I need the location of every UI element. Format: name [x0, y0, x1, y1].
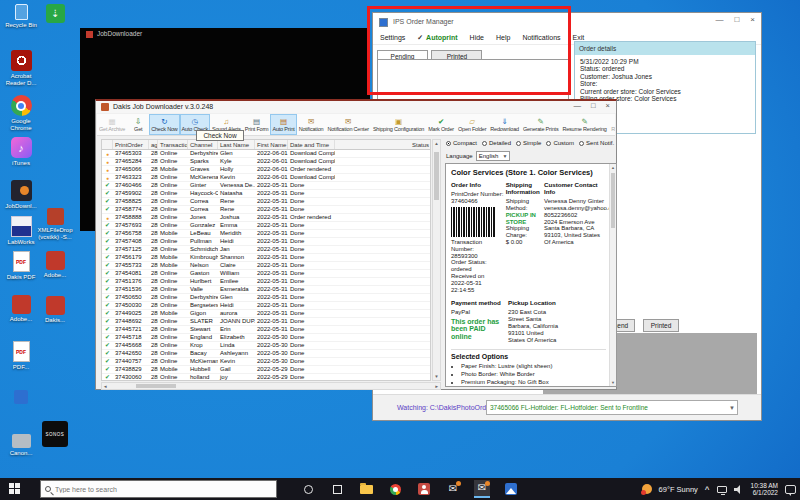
taskbar-photos-app[interactable]	[503, 480, 519, 498]
scroll-down-icon[interactable]: ▼	[610, 380, 616, 385]
toolbar-notification-center[interactable]: ✉Notification Center	[325, 114, 370, 135]
toolbar-redownload[interactable]: ⇓Redownload	[488, 114, 521, 135]
table-row[interactable]: ✔3745065028583561OnlineDerbyshireGlen202…	[102, 294, 430, 302]
column-header-transaction[interactable]: Transaction	[158, 140, 188, 149]
radio-detailed[interactable]: Detailed	[482, 140, 511, 146]
table-horizontal-scrollbar[interactable]: ◄ ►	[101, 382, 441, 390]
taskbar-contact-app[interactable]	[416, 480, 432, 498]
table-row[interactable]: ✔3745573328588137MobileNelsonClaire2022-…	[102, 262, 430, 270]
table-row[interactable]: ✔3745769328590638OnlineGonzalezEmma2022-…	[102, 222, 430, 230]
taskbar-notification-app-active[interactable]: ✉	[474, 480, 490, 498]
radio-compact[interactable]: Compact	[446, 140, 477, 146]
table-row[interactable]: ●3746528428599123OnlineSparksKyle2022-06…	[102, 158, 430, 166]
table-row[interactable]: ✔3746046628593300OnlineGinterVenessa De.…	[102, 182, 430, 190]
toolbar-print-form[interactable]: ▤Print Form	[243, 114, 271, 135]
table-row[interactable]: ✔3744571828572916OnlineEnglandElizabeth2…	[102, 334, 430, 342]
column-header-date-and-time[interactable]: Date and Time	[288, 140, 335, 149]
toolbar-get-archive[interactable]: ▦Get Archive	[97, 114, 127, 135]
desktop-icon-adobe-app[interactable]: Adobe...	[2, 295, 40, 323]
desktop-icon-recycle-bin[interactable]: Recycle Bin	[2, 4, 40, 29]
desktop-icon-pdf-app[interactable]: PDF...	[2, 341, 40, 371]
language-select[interactable]: English ▼	[476, 151, 511, 161]
toolbar-generate-prints[interactable]: ✎Generate Prints	[521, 114, 561, 135]
table-row[interactable]: ✔3744265028576116OnlineBacayAshleyann202…	[102, 350, 430, 358]
table-row[interactable]: ●3746506628599348MobileGravesHolly2022-0…	[102, 166, 430, 174]
weather-sun-icon[interactable]	[642, 484, 652, 494]
scroll-right-icon[interactable]: ►	[435, 384, 439, 389]
printed-button[interactable]: Printed	[643, 319, 679, 332]
hotfolder-status-dropdown[interactable]: 37465066 FL-Hotfolder: FL-Hotfolder: Sen…	[486, 400, 738, 415]
column-header-first-name[interactable]: First Name	[255, 140, 288, 149]
taskbar-cortana[interactable]	[300, 480, 316, 498]
table-row[interactable]: ✔3744902528581706MobileGigonaurora2022-0…	[102, 310, 430, 318]
table-row[interactable]: ✔3743006028560338Onlinehollandjoy2022-05…	[102, 374, 430, 381]
minimize-icon[interactable]: —	[715, 15, 723, 24]
taskbar-clock[interactable]: 10:38 AM 6/1/2022	[751, 482, 778, 497]
toolbar-check-now[interactable]: ↻Check Now	[149, 114, 179, 135]
dakis-title-bar[interactable]: Dakis Job Downloader v.3.0.248 — □ ×	[96, 101, 616, 113]
table-row[interactable]: ✔3744869228581510OnlineSLATERJOANN DUP..…	[102, 318, 430, 326]
maximize-icon[interactable]: □	[734, 15, 739, 24]
desktop-icon-adobe-app-2[interactable]: Adobe...	[36, 251, 74, 279]
table-row[interactable]: ●3746332328597374OnlineMcKierenanKevin20…	[102, 174, 430, 182]
desktop-icon-jobdownloader-shortcut[interactable]: JobDownl...	[2, 180, 40, 210]
table-row[interactable]: ✔3745153628583998OnlineValleEsmeralda202…	[102, 286, 430, 294]
close-icon[interactable]: ×	[606, 101, 610, 110]
column-header-last-name[interactable]: Last Name	[218, 140, 255, 149]
toolbar-auto-print[interactable]: ▤Auto Print	[270, 114, 296, 135]
table-row[interactable]: ●3746530328599332OnlineDerbyshireGlen202…	[102, 150, 430, 158]
toolbar-mark-order[interactable]: ✔Mark Order	[426, 114, 456, 135]
table-row[interactable]: ✔3745740828589831OnlinePullmanHeidi2022-…	[102, 238, 430, 246]
taskbar-search-box[interactable]	[40, 480, 277, 498]
action-center-icon[interactable]	[785, 485, 796, 494]
table-row[interactable]: ✔3745882528592376OnlineCorreaRene2022-05…	[102, 198, 430, 206]
taskbar-file-explorer[interactable]	[358, 480, 374, 498]
table-row[interactable]: ✔3745137628585264OnlineHurlbertEmilee202…	[102, 278, 430, 286]
column-header-printorder[interactable]: PrintOrder	[113, 140, 149, 149]
maximize-icon[interactable]: □	[591, 101, 596, 110]
taskbar-task-view[interactable]	[329, 480, 345, 498]
desktop-icon-labworks[interactable]: LabWorks	[2, 216, 40, 246]
toolbar-resume-rendering[interactable]: ✎Resume Rendering	[560, 114, 608, 135]
close-icon[interactable]: ×	[750, 15, 755, 24]
table-row[interactable]: ✔3745712528589532OnlineSchmidtchenJan202…	[102, 246, 430, 254]
table-row[interactable]: ✔3744566828576997OnlineKropLinda2022-05-…	[102, 342, 430, 350]
weather-text[interactable]: 69°F Sunny	[659, 485, 698, 494]
column-header-ag[interactable]: ag	[149, 140, 158, 149]
toolbar-get[interactable]: ⇩Get	[127, 114, 149, 135]
desktop-icon-google-chrome[interactable]: Google Chrome	[2, 95, 40, 131]
radio-simple[interactable]: Simple	[516, 140, 541, 146]
column-header-channel[interactable]: Channel	[188, 140, 218, 149]
desktop-icon-itunes[interactable]: iTunes	[2, 137, 40, 167]
radio-custom[interactable]: Custom	[546, 140, 574, 146]
desktop-icon-acrobat-reader[interactable]: Acrobat Reader D...	[2, 50, 40, 86]
scroll-up-icon[interactable]: ▲	[433, 141, 440, 146]
table-row[interactable]: ✔3744572128578687OnlineStewartErin2022-0…	[102, 326, 430, 334]
scrollbar-thumb[interactable]	[434, 152, 439, 200]
table-row[interactable]: ✔3745877428592251OnlineCorreaRene2022-05…	[102, 206, 430, 214]
table-row[interactable]: ✔3745675828589292MobileLeBeauMeridith202…	[102, 230, 430, 238]
table-row[interactable]: ✔3745408128586393OnlineGastonWilliam2022…	[102, 270, 430, 278]
table-vertical-scrollbar[interactable]: ▲ ▼	[432, 139, 441, 381]
table-row[interactable]: ✔3745003028582908OnlineBergsetenonHeidi2…	[102, 302, 430, 310]
toolbar-open-folder[interactable]: ▱Open Folder	[456, 114, 488, 135]
desktop-icon-dakis-pdf[interactable]: Dakis PDF	[2, 251, 40, 281]
toolbar-notification[interactable]: ✉Notification	[297, 114, 326, 135]
desktop-icon-xmlfiledrop[interactable]: XMLFileDrop (vcstkk) -S...	[36, 208, 74, 240]
search-input[interactable]	[55, 486, 255, 493]
scrollbar-thumb[interactable]	[611, 173, 615, 228]
table-row[interactable]: ●3745888828591259OnlineJonesJoshua2022-0…	[102, 214, 430, 222]
table-row[interactable]: ✔3745617928588461MobileKimbroughShannon2…	[102, 254, 430, 262]
table-row[interactable]: ✔3745990228525994OnlineHaycock-C...Natas…	[102, 190, 430, 198]
minimize-icon[interactable]: —	[574, 101, 582, 110]
toolbar-render[interactable]: ✎Render	[609, 114, 615, 135]
radio-sent-notif[interactable]: Sent Notif.	[579, 140, 614, 146]
desktop-icon-canon-app[interactable]: Canon...	[2, 434, 40, 457]
table-row[interactable]: ✔3744075728571979OnlineMcKiernanKevin202…	[102, 358, 430, 366]
start-button[interactable]	[9, 483, 20, 494]
preview-scrollbar[interactable]: ▲ ▼	[609, 164, 616, 386]
scroll-left-icon[interactable]: ◄	[103, 384, 107, 389]
column-header-status[interactable]: Status	[335, 140, 430, 149]
volume-icon[interactable]	[734, 485, 744, 494]
network-icon[interactable]	[717, 486, 727, 493]
